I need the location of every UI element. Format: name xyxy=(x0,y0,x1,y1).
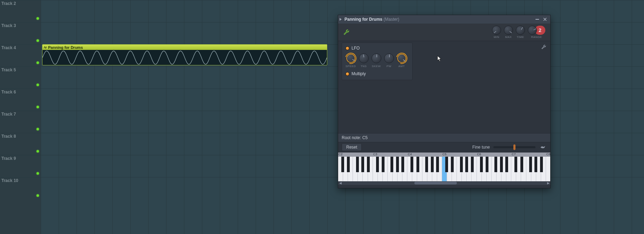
piano-black-key[interactable] xyxy=(465,157,468,172)
piano-keyboard[interactable] xyxy=(338,157,550,181)
clip-waveform xyxy=(42,50,327,66)
piano-black-key[interactable] xyxy=(460,157,463,172)
lfo-panel: LFO SpeedTNSSkewPWAmt Multiply xyxy=(342,43,413,80)
track-name-label: Track 4 xyxy=(1,45,16,50)
piano-black-key[interactable] xyxy=(514,157,517,172)
piano-black-key[interactable] xyxy=(431,157,434,172)
lfo-knob-skew[interactable] xyxy=(372,53,381,63)
lfo-knob-group: PW xyxy=(384,53,394,68)
settings-button[interactable] xyxy=(341,27,351,38)
octave-label: C2 xyxy=(339,152,343,156)
lfo-enable-toggle[interactable] xyxy=(346,46,349,50)
piano-black-key[interactable] xyxy=(494,157,497,172)
track-name-label: Track 3 xyxy=(1,23,16,28)
piano-white-key[interactable] xyxy=(546,157,550,181)
track-mute-dot[interactable] xyxy=(37,128,39,130)
piano-scrollbar[interactable]: ◀ ▶ xyxy=(338,181,550,185)
piano-black-key[interactable] xyxy=(436,157,439,172)
header-knob-min[interactable] xyxy=(492,26,501,35)
piano-black-key[interactable] xyxy=(480,157,483,172)
octave-label: C5 xyxy=(442,152,447,156)
piano-black-key[interactable] xyxy=(382,157,385,172)
scroll-thumb[interactable] xyxy=(414,182,457,184)
minimize-button[interactable] xyxy=(534,16,540,22)
octave-label: C4 xyxy=(408,152,412,156)
header-knob-label: Time xyxy=(517,35,524,39)
lfo-knob-speed[interactable] xyxy=(346,53,356,63)
editor-title: Panning for Drums xyxy=(344,17,382,22)
clip-header[interactable]: Panning for Drums xyxy=(42,45,327,50)
piano-black-key[interactable] xyxy=(361,157,364,172)
scroll-right-arrow[interactable]: ▶ xyxy=(546,181,550,185)
body-settings-button[interactable] xyxy=(540,43,547,51)
piano-black-key[interactable] xyxy=(505,157,508,172)
automation-clip[interactable]: Panning for Drums xyxy=(42,44,327,65)
lfo-knob-pw[interactable] xyxy=(384,53,394,63)
piano-black-key[interactable] xyxy=(347,157,350,172)
track-mute-dot[interactable] xyxy=(37,194,39,197)
multiply-toggle[interactable] xyxy=(346,72,349,76)
piano-black-key[interactable] xyxy=(376,157,379,172)
close-button[interactable] xyxy=(542,16,548,22)
root-note-bar: Root note: C5 xyxy=(338,133,550,142)
piano-black-key[interactable] xyxy=(425,157,428,172)
piano-black-key[interactable] xyxy=(396,157,399,172)
piano-black-key[interactable] xyxy=(471,157,474,172)
piano-black-key[interactable] xyxy=(500,157,503,172)
track-mute-dot[interactable] xyxy=(37,172,39,175)
editor-titlebar[interactable]: Panning for Drums (Master) xyxy=(338,15,550,24)
header-knob-label: Max xyxy=(505,35,512,39)
piano-black-key[interactable] xyxy=(529,157,532,172)
lfo-knob-label: Speed xyxy=(346,65,356,68)
piano-black-key[interactable] xyxy=(451,157,454,172)
fine-tune-slider[interactable] xyxy=(493,146,535,148)
track-name-label: Track 10 xyxy=(1,178,18,183)
piano-black-key[interactable] xyxy=(367,157,370,172)
lfo-knob-label: TNS xyxy=(361,65,367,68)
lfo-knob-label: PW xyxy=(387,65,392,68)
piano-black-key[interactable] xyxy=(356,157,359,172)
lfo-knob-group: TNS xyxy=(359,53,369,68)
wrench-icon xyxy=(343,29,350,36)
track-mute-dot[interactable] xyxy=(37,106,39,108)
lfo-knob-group: Speed xyxy=(346,53,356,68)
track-mute-dot[interactable] xyxy=(37,61,39,64)
track-mute-dot[interactable] xyxy=(37,84,39,86)
piano-black-key[interactable] xyxy=(534,157,537,172)
piano-black-key[interactable] xyxy=(445,157,448,172)
piano-black-key[interactable] xyxy=(401,157,404,172)
root-note-label: Root note: C5 xyxy=(342,135,368,140)
track-mute-dot[interactable] xyxy=(37,39,39,42)
header-knob-max[interactable] xyxy=(504,26,513,35)
editor-body: LFO SpeedTNSSkewPWAmt Multiply xyxy=(338,41,550,133)
octave-label: C8 xyxy=(546,152,551,156)
track-name-label: Track 6 xyxy=(1,90,16,95)
piano-black-key[interactable] xyxy=(410,157,413,172)
piano-black-key[interactable] xyxy=(486,157,488,172)
fine-tune-thumb[interactable] xyxy=(513,144,515,150)
piano-black-key[interactable] xyxy=(390,157,393,172)
scroll-left-arrow[interactable]: ◀ xyxy=(338,181,342,185)
piano-black-key[interactable] xyxy=(416,157,419,172)
lfo-knob-amt[interactable] xyxy=(397,53,407,63)
clip-name: Panning for Drums xyxy=(48,45,83,50)
titlebar-menu-icon[interactable] xyxy=(340,18,342,21)
editor-toolbar: MinMaxTime2Range xyxy=(338,24,550,41)
lfo-knob-group: Skew xyxy=(372,53,381,68)
reset-button[interactable]: Reset xyxy=(342,143,362,151)
piano-black-key[interactable] xyxy=(341,157,344,172)
piano-black-key[interactable] xyxy=(520,157,523,172)
automation-icon xyxy=(44,46,47,49)
track-name-label: Track 8 xyxy=(1,134,16,139)
header-knob-time[interactable] xyxy=(516,26,525,35)
track-mute-dot[interactable] xyxy=(37,150,39,152)
track-mute-dot[interactable] xyxy=(37,17,39,20)
header-knob-group: Max xyxy=(504,26,513,39)
lfo-knob-label: Skew xyxy=(372,65,381,68)
header-knob-time[interactable] xyxy=(528,26,537,35)
lfo-knob-tns[interactable] xyxy=(359,53,369,63)
lfo-enable-row: LFO xyxy=(346,46,409,51)
header-knob-label: Min xyxy=(494,35,499,39)
fine-tune-apply-icon[interactable] xyxy=(539,143,547,151)
piano-black-key[interactable] xyxy=(540,157,543,172)
